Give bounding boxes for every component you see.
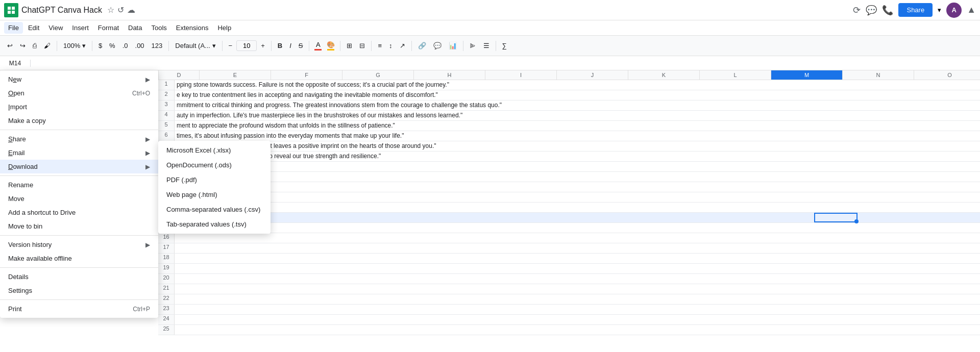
- menu-view[interactable]: View: [44, 22, 67, 34]
- menu-item-download[interactable]: Download ▶: [0, 160, 158, 173]
- col-header-O: O: [914, 70, 980, 80]
- menu-item-print[interactable]: Print Ctrl+P: [0, 302, 158, 316]
- menu-extensions[interactable]: Extensions: [172, 22, 213, 34]
- text-color-button[interactable]: A: [312, 40, 324, 52]
- share-button[interactable]: Share: [898, 3, 933, 17]
- grid-rows: 1 pping stone towards success. Failure i…: [158, 80, 980, 335]
- row-cell-1[interactable]: pping stone towards success. Failure is …: [175, 80, 980, 90]
- percent-button[interactable]: %: [106, 40, 118, 52]
- comment-button[interactable]: 💬: [430, 40, 445, 52]
- font-size-input[interactable]: 10: [236, 40, 257, 51]
- menu-item-move-bin[interactable]: Move to bin: [0, 219, 158, 233]
- menu-edit[interactable]: Edit: [24, 22, 43, 34]
- menu-item-import[interactable]: Import: [0, 100, 158, 114]
- row-cell-empty[interactable]: [175, 243, 980, 253]
- menu-item-rename[interactable]: Rename: [0, 178, 158, 192]
- comments-icon[interactable]: 💬: [866, 5, 877, 16]
- functions-button[interactable]: ∑: [499, 40, 510, 52]
- share-menu-icon[interactable]: ▾: [938, 6, 941, 14]
- menu-item-email-label: Email: [8, 149, 25, 157]
- borders-button[interactable]: ⊞: [344, 40, 355, 52]
- decrease-decimal-button[interactable]: .0: [119, 40, 131, 52]
- row-cell-empty[interactable]: [175, 294, 980, 304]
- row-cell-empty[interactable]: [175, 223, 980, 233]
- italic-button[interactable]: I: [286, 40, 295, 52]
- row-cell-14[interactable]: [175, 213, 980, 222]
- chart-button[interactable]: 📊: [446, 40, 460, 52]
- menu-item-make-offline[interactable]: Make available offline: [0, 252, 158, 265]
- submenu-tsv[interactable]: Tab-separated values (.tsv): [158, 217, 271, 232]
- currency-button[interactable]: $: [95, 40, 105, 52]
- menu-item-email[interactable]: Email ▶: [0, 146, 158, 160]
- strikethrough-button[interactable]: S: [296, 40, 306, 52]
- text-rotation-button[interactable]: ↗: [397, 40, 408, 52]
- menu-file[interactable]: File: [4, 22, 23, 34]
- increase-font-button[interactable]: +: [258, 40, 268, 52]
- v-align-button[interactable]: ↕: [386, 40, 396, 52]
- submenu-pdf[interactable]: PDF (.pdf): [158, 172, 271, 187]
- row-cell-empty[interactable]: [175, 264, 980, 273]
- menu-item-add-shortcut[interactable]: Add a shortcut to Drive: [0, 206, 158, 219]
- increase-decimal-button[interactable]: .00: [132, 40, 148, 52]
- menu-item-new[interactable]: New ▶: [0, 72, 158, 86]
- row-cell-empty[interactable]: [175, 274, 980, 284]
- menu-item-version-history[interactable]: Version history ▶: [0, 238, 158, 252]
- link-button[interactable]: 🔗: [415, 40, 429, 52]
- call-icon[interactable]: 📞: [882, 5, 893, 16]
- collapse-icon[interactable]: ▲: [967, 5, 976, 15]
- filter-views-button[interactable]: ☰: [480, 40, 493, 52]
- row-cell-empty[interactable]: [175, 284, 980, 294]
- star-icon[interactable]: ☆: [107, 5, 114, 15]
- menu-item-settings[interactable]: Settings: [0, 284, 158, 297]
- submenu-xlsx[interactable]: Microsoft Excel (.xlsx): [158, 143, 271, 158]
- menu-help[interactable]: Help: [213, 22, 235, 34]
- menu-format[interactable]: Format: [94, 22, 123, 34]
- row-cell-empty[interactable]: [175, 203, 980, 212]
- submenu-html[interactable]: Web page (.html): [158, 187, 271, 202]
- menu-item-details[interactable]: Details: [0, 270, 158, 284]
- menu-item-open[interactable]: Open Ctrl+O: [0, 86, 158, 100]
- decrease-font-button[interactable]: −: [226, 40, 236, 52]
- row-cell-empty[interactable]: [175, 305, 980, 314]
- merge-button[interactable]: ⊟: [356, 40, 368, 52]
- redo-button[interactable]: ↪: [17, 40, 29, 52]
- cell-reference[interactable]: M14: [0, 60, 31, 67]
- print-button[interactable]: ⎙: [30, 40, 40, 52]
- row-cell-7[interactable]: n others. A life well-lived is one that …: [175, 141, 980, 151]
- menu-tools[interactable]: Tools: [147, 22, 170, 34]
- menu-item-share[interactable]: Share ▶: [0, 132, 158, 146]
- more-formats-button[interactable]: 123: [149, 40, 166, 52]
- submenu-ods[interactable]: OpenDocument (.ods): [158, 158, 271, 172]
- row-cell-3[interactable]: mmitment to critical thinking and progre…: [175, 100, 980, 110]
- move-to-drive-icon[interactable]: ↺: [117, 5, 124, 15]
- row-cell-6[interactable]: times, it's about infusing passion into …: [175, 131, 980, 141]
- filter-button[interactable]: ⫸: [467, 40, 479, 52]
- menu-item-make-copy[interactable]: Make a copy: [0, 114, 158, 128]
- row-cell-empty[interactable]: [175, 315, 980, 324]
- menu-insert[interactable]: Insert: [68, 22, 93, 34]
- menu-item-move[interactable]: Move: [0, 192, 158, 206]
- h-align-button[interactable]: ≡: [375, 40, 385, 52]
- row-cell-4[interactable]: auty in imperfection. Life's true master…: [175, 111, 980, 120]
- submenu-csv[interactable]: Comma-separated values (.csv): [158, 202, 271, 217]
- row-cell-empty[interactable]: [175, 233, 980, 243]
- paint-format-button[interactable]: 🖌: [41, 40, 54, 52]
- row-cell-5[interactable]: ment to appreciate the profound wisdom t…: [175, 121, 980, 131]
- font-selector[interactable]: Default (A... ▾: [172, 40, 218, 52]
- avatar[interactable]: A: [946, 3, 962, 18]
- row-cell-empty[interactable]: [175, 192, 980, 202]
- row-cell-2[interactable]: e key to true contentment lies in accept…: [175, 90, 980, 100]
- row-cell-empty[interactable]: [175, 254, 980, 263]
- row-cell-empty[interactable]: [175, 325, 980, 335]
- bold-button[interactable]: B: [275, 40, 285, 52]
- row-cell-empty[interactable]: [175, 172, 980, 182]
- row-cell-empty[interactable]: [175, 182, 980, 192]
- row-cell-8[interactable]: scovery. Adversity has the power to reve…: [175, 152, 980, 161]
- menu-data[interactable]: Data: [124, 22, 146, 34]
- cloud-save-icon[interactable]: ☁: [127, 5, 135, 15]
- activity-icon[interactable]: ⟳: [853, 5, 861, 16]
- row-cell-empty[interactable]: [175, 162, 980, 171]
- fill-color-button[interactable]: 🎨: [325, 40, 337, 52]
- zoom-selector[interactable]: 100% ▾: [60, 40, 89, 52]
- undo-button[interactable]: ↩: [4, 40, 16, 52]
